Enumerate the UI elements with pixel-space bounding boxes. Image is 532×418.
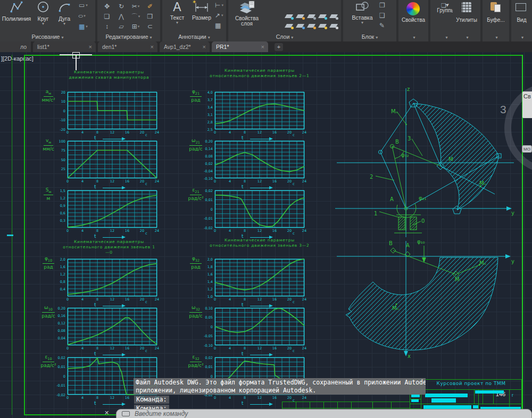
layer-tool-icon[interactable] [286,14,293,19]
modify-move-button[interactable]: ✥ [100,2,114,11]
panel-label-utilities[interactable]: ▾ [453,33,480,41]
panel-label-draw[interactable]: Рисование▾ [0,33,95,41]
arc-button[interactable]: Дуга ▾ [54,0,74,26]
layer-tool-icon[interactable] [319,23,327,28]
panel-label-block[interactable]: Блок▾ [343,33,396,41]
calculator-icon[interactable] [462,2,471,13]
annotate-leader-button[interactable]: ↗▾ [215,12,223,19]
modify-explode-button[interactable]: ❒ [143,12,157,21]
layer-tool-icon[interactable] [297,14,304,19]
drawing-canvas[interactable]: ][2D-каркас] Кинематические параметрыдви… [0,52,532,418]
modify-copy-button[interactable]: ❏ [100,12,114,21]
tab-den1[interactable]: den1*× [98,41,157,52]
chevron-down-icon[interactable]: ▾ [138,24,140,28]
block-edit-icon: ❐ [379,2,385,9]
panel-label-clipboard[interactable]: ▾ [483,33,509,41]
rectangle-button[interactable]: ▭▾ [79,2,88,9]
tab-list1[interactable]: list1*× [33,41,96,52]
chart-plot [215,308,304,345]
layer-properties-button[interactable]: Свойства слоя [230,0,263,27]
modify-offset-button[interactable]: ⊂ [143,22,157,31]
layer-tool-icon[interactable] [286,23,293,28]
paste-icon[interactable] [491,2,501,12]
layer-tool-icon[interactable] [319,14,327,19]
chevron-down-icon[interactable]: ▾ [86,3,88,7]
utilities-label[interactable]: Утилиты [453,17,480,23]
revision-table-line [282,402,410,402]
layer-tool-icon[interactable] [297,23,304,28]
block-pencil-button[interactable]: ✎ [379,22,385,29]
mode-chip[interactable]: МО [522,145,532,153]
diagram-label-lower-B: B [389,240,393,246]
panel-label-properties[interactable]: ▾ [398,33,428,41]
command-input[interactable]: Введите команду [116,409,532,418]
close-icon[interactable]: × [203,41,206,52]
chevron-down-icon[interactable]: ▾ [33,22,53,26]
close-icon[interactable]: × [151,41,154,52]
annotate-dimline-button[interactable]: ⊢▾ [215,2,223,9]
tab-pr1[interactable]: PR1*× [212,41,268,52]
diagram-label-upper-phi32: φ₃₂ [401,152,409,158]
close-icon[interactable]: ✕ [104,409,109,416]
chevron-down-icon[interactable]: ▾ [54,22,74,26]
close-icon[interactable]: × [89,41,92,52]
y-tick: 25 [49,167,65,171]
chevron-down-icon[interactable]: ▾ [350,21,375,24]
modify-erase-button[interactable]: ✐ [143,2,157,11]
ellipse-button[interactable]: ○▾ [79,12,86,20]
tab-partial[interactable]: ло [0,41,31,52]
x-tick: 0 [211,130,219,135]
panel-label-modify[interactable]: Редактирование▾ [97,33,160,41]
modify-scale-button[interactable]: ▱ [114,22,128,31]
circle-button[interactable]: Круг ▾ [33,0,53,26]
diagram-label-lower-A: A [406,243,410,248]
layer-tool-icon[interactable] [330,14,338,19]
dimension-button[interactable]: ✶ Размер [190,0,213,21]
tab-avp1-dz2[interactable]: Avp1_dz2*× [160,41,210,52]
diagram-label-lower-Mo: Mₒ [479,260,486,266]
x-tick: 0 [211,297,219,302]
modify-stretch-button[interactable]: ↕ [100,22,114,31]
block-edit-button[interactable]: ❐ [379,2,385,9]
modify-array-button[interactable]: ⊞▾ [129,22,143,31]
text-button[interactable]: A Текст ▾ [165,0,189,24]
chevron-down-icon[interactable]: ▾ [221,3,223,7]
insert-button[interactable]: Вставка ▾ [350,0,375,24]
layer-tool-icon[interactable] [330,23,338,28]
close-icon[interactable]: × [261,41,264,52]
side-panel-tab[interactable]: Св [522,91,532,118]
modify-trim-button[interactable]: ✂▾ [129,2,143,11]
layer-tool-icon[interactable] [308,14,315,19]
layer-tool-icon[interactable] [308,23,315,28]
clipboard-label[interactable]: Буфе... [483,17,509,23]
viewport-controls[interactable]: ][2D-каркас] [1,55,34,62]
y-tick: 20 [49,90,65,95]
table-icon: ▦ [215,22,221,29]
color-wheel-icon[interactable] [406,2,420,15]
chevron-down-icon[interactable]: ▾ [138,14,140,18]
y-tick: 0,6 [49,211,65,215]
annotate-table-button[interactable]: ▦ [215,22,221,29]
insert-icon [355,0,370,13]
view-label[interactable]: Вид [511,17,532,23]
chevron-down-icon[interactable]: ▾ [84,14,86,18]
view-icon[interactable] [516,3,526,11]
panel-label-annotate[interactable]: Аннотации▾ [162,33,226,41]
polyline-button[interactable]: Полилиния [1,0,32,22]
chevron-down-icon[interactable]: ▾ [221,13,223,17]
chevron-down-icon[interactable]: ▾ [138,4,140,8]
title-block-text-bar [473,405,478,408]
modify-fillet-button[interactable]: ⌒▾ [129,12,143,21]
polyline-label: Полилиния [1,15,32,22]
chevron-down-icon[interactable]: ▾ [165,21,189,24]
chevron-down-icon[interactable]: ▾ [86,24,88,28]
properties-label[interactable]: Свойства [398,17,428,23]
x-tick: 24 [301,229,308,233]
panel-label-view[interactable]: ▾ [511,33,532,41]
modify-mirror-button[interactable]: ⋀ [114,12,128,21]
modify-rotate-button[interactable]: ↻ [114,2,128,11]
new-tab-button[interactable]: + [275,43,283,51]
panel-label-layers[interactable]: Слои▾ [228,33,341,41]
hatch-button[interactable]: ▦▾ [79,23,88,30]
block-attrib-button[interactable]: ❑ [379,12,385,19]
